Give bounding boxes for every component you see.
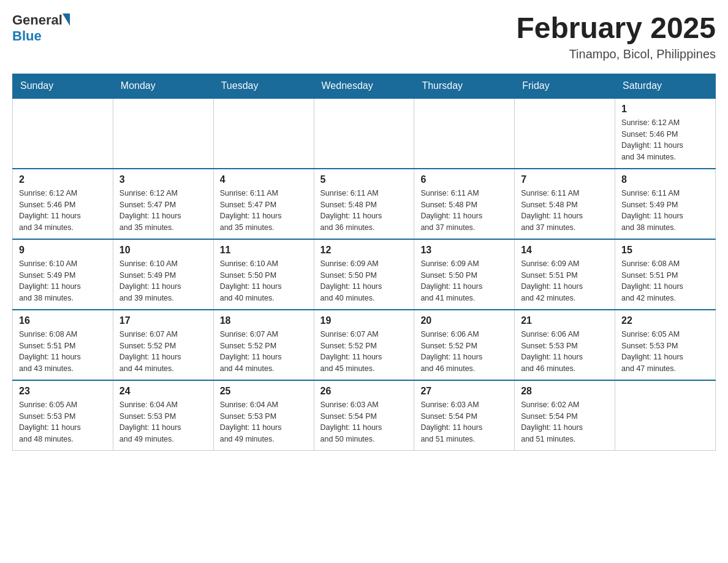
day-number: 19	[320, 315, 408, 326]
month-title: February 2025	[516, 12, 716, 45]
day-info: Sunrise: 6:11 AM Sunset: 5:47 PM Dayligh…	[220, 188, 308, 234]
day-info: Sunrise: 6:02 AM Sunset: 5:54 PM Dayligh…	[521, 399, 609, 445]
calendar-cell: 7Sunrise: 6:11 AM Sunset: 5:48 PM Daylig…	[515, 169, 615, 239]
day-number: 10	[119, 245, 207, 256]
day-info: Sunrise: 6:10 AM Sunset: 5:49 PM Dayligh…	[19, 258, 107, 304]
day-info: Sunrise: 6:05 AM Sunset: 5:53 PM Dayligh…	[19, 399, 107, 445]
calendar-header-friday: Friday	[515, 74, 615, 98]
calendar-header-monday: Monday	[113, 74, 213, 98]
day-number: 1	[621, 104, 709, 115]
calendar-cell: 23Sunrise: 6:05 AM Sunset: 5:53 PM Dayli…	[13, 380, 113, 451]
day-number: 2	[19, 174, 107, 185]
calendar-cell	[515, 98, 615, 169]
calendar-cell	[213, 98, 314, 169]
title-section: February 2025 Tinampo, Bicol, Philippine…	[516, 12, 716, 61]
calendar-table: SundayMondayTuesdayWednesdayThursdayFrid…	[12, 74, 716, 451]
logo-line1: General	[12, 12, 70, 28]
day-number: 11	[220, 245, 308, 256]
day-info: Sunrise: 6:11 AM Sunset: 5:48 PM Dayligh…	[320, 188, 408, 234]
logo-group: General Blue	[12, 12, 70, 44]
calendar-cell: 3Sunrise: 6:12 AM Sunset: 5:47 PM Daylig…	[113, 169, 213, 239]
day-info: Sunrise: 6:12 AM Sunset: 5:47 PM Dayligh…	[119, 188, 207, 234]
day-number: 25	[220, 386, 308, 397]
day-number: 7	[521, 174, 609, 185]
calendar-header-wednesday: Wednesday	[314, 74, 414, 98]
calendar-cell: 8Sunrise: 6:11 AM Sunset: 5:49 PM Daylig…	[615, 169, 716, 239]
calendar-cell	[113, 98, 213, 169]
calendar-header-tuesday: Tuesday	[213, 74, 314, 98]
day-info: Sunrise: 6:11 AM Sunset: 5:48 PM Dayligh…	[420, 188, 508, 234]
day-number: 23	[19, 386, 107, 397]
day-info: Sunrise: 6:06 AM Sunset: 5:53 PM Dayligh…	[521, 329, 609, 375]
calendar-cell: 25Sunrise: 6:04 AM Sunset: 5:53 PM Dayli…	[213, 380, 314, 451]
calendar-cell: 12Sunrise: 6:09 AM Sunset: 5:50 PM Dayli…	[314, 239, 414, 310]
calendar-cell: 1Sunrise: 6:12 AM Sunset: 5:46 PM Daylig…	[615, 98, 716, 169]
day-info: Sunrise: 6:07 AM Sunset: 5:52 PM Dayligh…	[119, 329, 207, 375]
day-number: 21	[521, 315, 609, 326]
calendar-cell: 16Sunrise: 6:08 AM Sunset: 5:51 PM Dayli…	[13, 310, 113, 380]
calendar-cell: 27Sunrise: 6:03 AM Sunset: 5:54 PM Dayli…	[414, 380, 515, 451]
day-info: Sunrise: 6:11 AM Sunset: 5:48 PM Dayligh…	[521, 188, 609, 234]
calendar-cell	[314, 98, 414, 169]
location-title: Tinampo, Bicol, Philippines	[516, 47, 716, 61]
day-number: 4	[220, 174, 308, 185]
calendar-cell: 22Sunrise: 6:05 AM Sunset: 5:53 PM Dayli…	[615, 310, 716, 380]
calendar-cell	[414, 98, 515, 169]
day-number: 17	[119, 315, 207, 326]
day-info: Sunrise: 6:09 AM Sunset: 5:50 PM Dayligh…	[320, 258, 408, 304]
day-info: Sunrise: 6:06 AM Sunset: 5:52 PM Dayligh…	[420, 329, 508, 375]
logo-text-blue: Blue	[12, 28, 70, 44]
day-info: Sunrise: 6:12 AM Sunset: 5:46 PM Dayligh…	[621, 117, 709, 163]
day-info: Sunrise: 6:03 AM Sunset: 5:54 PM Dayligh…	[320, 399, 408, 445]
day-number: 8	[621, 174, 709, 185]
calendar-cell: 20Sunrise: 6:06 AM Sunset: 5:52 PM Dayli…	[414, 310, 515, 380]
day-info: Sunrise: 6:11 AM Sunset: 5:49 PM Dayligh…	[621, 188, 709, 234]
day-info: Sunrise: 6:08 AM Sunset: 5:51 PM Dayligh…	[19, 329, 107, 375]
calendar-cell: 5Sunrise: 6:11 AM Sunset: 5:48 PM Daylig…	[314, 169, 414, 239]
calendar-cell: 2Sunrise: 6:12 AM Sunset: 5:46 PM Daylig…	[13, 169, 113, 239]
day-info: Sunrise: 6:12 AM Sunset: 5:46 PM Dayligh…	[19, 188, 107, 234]
day-number: 26	[320, 386, 408, 397]
day-number: 27	[420, 386, 508, 397]
day-info: Sunrise: 6:03 AM Sunset: 5:54 PM Dayligh…	[420, 399, 508, 445]
day-info: Sunrise: 6:04 AM Sunset: 5:53 PM Dayligh…	[220, 399, 308, 445]
calendar-header-sunday: Sunday	[13, 74, 113, 98]
calendar-cell: 9Sunrise: 6:10 AM Sunset: 5:49 PM Daylig…	[13, 239, 113, 310]
day-info: Sunrise: 6:08 AM Sunset: 5:51 PM Dayligh…	[621, 258, 709, 304]
day-number: 3	[119, 174, 207, 185]
calendar-cell: 15Sunrise: 6:08 AM Sunset: 5:51 PM Dayli…	[615, 239, 716, 310]
day-number: 22	[621, 315, 709, 326]
logo-triangle-icon	[63, 13, 70, 26]
day-info: Sunrise: 6:04 AM Sunset: 5:53 PM Dayligh…	[119, 399, 207, 445]
calendar-cell: 19Sunrise: 6:07 AM Sunset: 5:52 PM Dayli…	[314, 310, 414, 380]
calendar-cell: 21Sunrise: 6:06 AM Sunset: 5:53 PM Dayli…	[515, 310, 615, 380]
day-number: 18	[220, 315, 308, 326]
calendar-cell: 26Sunrise: 6:03 AM Sunset: 5:54 PM Dayli…	[314, 380, 414, 451]
day-info: Sunrise: 6:10 AM Sunset: 5:50 PM Dayligh…	[220, 258, 308, 304]
day-info: Sunrise: 6:07 AM Sunset: 5:52 PM Dayligh…	[320, 329, 408, 375]
day-number: 16	[19, 315, 107, 326]
calendar-week-row: 2Sunrise: 6:12 AM Sunset: 5:46 PM Daylig…	[13, 169, 716, 239]
day-info: Sunrise: 6:09 AM Sunset: 5:51 PM Dayligh…	[521, 258, 609, 304]
day-info: Sunrise: 6:05 AM Sunset: 5:53 PM Dayligh…	[621, 329, 709, 375]
day-number: 14	[521, 245, 609, 256]
calendar-cell: 17Sunrise: 6:07 AM Sunset: 5:52 PM Dayli…	[113, 310, 213, 380]
day-number: 15	[621, 245, 709, 256]
logo: General Blue	[12, 12, 70, 44]
calendar-cell	[13, 98, 113, 169]
calendar-cell: 10Sunrise: 6:10 AM Sunset: 5:49 PM Dayli…	[113, 239, 213, 310]
calendar-header-thursday: Thursday	[414, 74, 515, 98]
calendar-cell: 6Sunrise: 6:11 AM Sunset: 5:48 PM Daylig…	[414, 169, 515, 239]
day-number: 6	[420, 174, 508, 185]
day-number: 9	[19, 245, 107, 256]
day-number: 20	[420, 315, 508, 326]
calendar-cell: 18Sunrise: 6:07 AM Sunset: 5:52 PM Dayli…	[213, 310, 314, 380]
calendar-week-row: 9Sunrise: 6:10 AM Sunset: 5:49 PM Daylig…	[13, 239, 716, 310]
calendar-week-row: 23Sunrise: 6:05 AM Sunset: 5:53 PM Dayli…	[13, 380, 716, 451]
day-number: 13	[420, 245, 508, 256]
day-number: 24	[119, 386, 207, 397]
calendar-week-row: 16Sunrise: 6:08 AM Sunset: 5:51 PM Dayli…	[13, 310, 716, 380]
logo-text-general: General	[12, 12, 63, 28]
calendar-cell: 24Sunrise: 6:04 AM Sunset: 5:53 PM Dayli…	[113, 380, 213, 451]
calendar-cell	[615, 380, 716, 451]
